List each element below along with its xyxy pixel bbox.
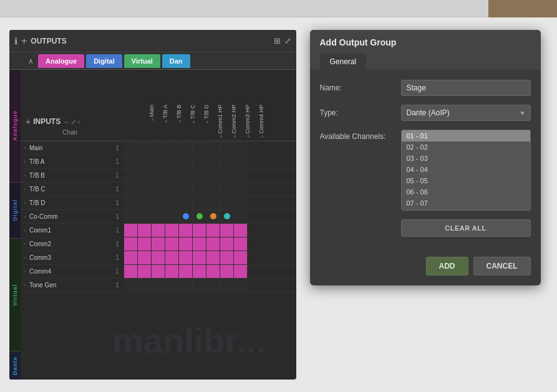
grid-cell[interactable]: [234, 183, 248, 196]
grid-cell-active[interactable]: [206, 265, 220, 279]
grid-cell-dot[interactable]: [193, 210, 206, 224]
grid-cell-active[interactable]: [234, 224, 248, 237]
grid-cell[interactable]: [220, 155, 234, 169]
grid-cell[interactable]: [220, 196, 234, 210]
channel-item[interactable]: 07 - 07: [402, 198, 530, 209]
cancel-button[interactable]: CANCEL: [473, 257, 531, 275]
grid-cell[interactable]: [193, 141, 206, 155]
grid-cell-active[interactable]: [152, 224, 165, 237]
grid-cell[interactable]: [179, 141, 193, 155]
grid-cell-dot[interactable]: [206, 210, 220, 224]
grid-cell[interactable]: [206, 279, 220, 292]
row-expand-icon[interactable]: ›: [21, 269, 29, 274]
collapse-icon[interactable]: ∧: [28, 57, 34, 65]
grid-cell[interactable]: [179, 155, 193, 169]
grid-cell-active[interactable]: [138, 251, 152, 265]
grid-icon[interactable]: ⊞: [274, 36, 281, 45]
grid-cell[interactable]: [220, 141, 234, 155]
grid-cell[interactable]: [220, 279, 234, 292]
grid-cell-active[interactable]: [234, 251, 248, 265]
grid-cell[interactable]: [138, 141, 152, 155]
grid-cell-active[interactable]: [152, 237, 165, 251]
grid-cell[interactable]: [138, 210, 152, 224]
grid-cell-active[interactable]: [193, 224, 206, 237]
grid-cell-active[interactable]: [124, 251, 138, 265]
grid-cell-active[interactable]: [165, 224, 179, 237]
grid-cell[interactable]: [124, 169, 138, 183]
grid-cell-active[interactable]: [193, 265, 206, 279]
channel-item[interactable]: 04 - 04: [402, 164, 530, 175]
grid-cell-active[interactable]: [179, 224, 193, 237]
grid-cell[interactable]: [234, 155, 248, 169]
grid-cell-active[interactable]: [234, 237, 248, 251]
grid-cell[interactable]: [206, 155, 220, 169]
grid-cell-active[interactable]: [138, 265, 152, 279]
tab-virtual[interactable]: Virtual: [124, 54, 160, 68]
grid-cell[interactable]: [193, 155, 206, 169]
grid-cell-active[interactable]: [206, 237, 220, 251]
grid-cell[interactable]: [193, 183, 206, 196]
add-inputs-icon[interactable]: +: [26, 117, 31, 127]
grid-cell[interactable]: [138, 279, 152, 292]
channel-item[interactable]: 03 - 03: [402, 153, 530, 164]
grid-cell-active[interactable]: [193, 251, 206, 265]
channel-item[interactable]: 02 - 02: [402, 141, 530, 153]
channel-item[interactable]: 05 - 05: [402, 175, 530, 186]
grid-cell-active[interactable]: [206, 224, 220, 237]
grid-cell-active[interactable]: [124, 237, 138, 251]
grid-cell[interactable]: [193, 279, 206, 292]
grid-cell[interactable]: [206, 196, 220, 210]
grid-cell-active[interactable]: [220, 224, 234, 237]
add-output-icon[interactable]: +: [21, 36, 27, 47]
grid-cell[interactable]: [220, 183, 234, 196]
name-input[interactable]: [401, 80, 531, 96]
grid-cell-active[interactable]: [124, 265, 138, 279]
grid-cell[interactable]: [206, 183, 220, 196]
grid-cell-active[interactable]: [206, 251, 220, 265]
grid-cell-active[interactable]: [165, 265, 179, 279]
grid-cell[interactable]: [165, 141, 179, 155]
grid-cell[interactable]: [152, 183, 165, 196]
tab-dante[interactable]: Dan: [162, 54, 190, 68]
grid-cell[interactable]: [124, 183, 138, 196]
grid-cell-active[interactable]: [179, 265, 193, 279]
grid-cell-active[interactable]: [220, 251, 234, 265]
add-button[interactable]: ADD: [426, 257, 468, 275]
row-expand-icon[interactable]: ›: [21, 241, 29, 247]
grid-cell-active[interactable]: [234, 265, 248, 279]
grid-cell-active[interactable]: [138, 224, 152, 237]
grid-cell[interactable]: [124, 279, 138, 292]
row-expand-icon[interactable]: ›: [21, 159, 29, 165]
grid-cell[interactable]: [179, 279, 193, 292]
row-expand-icon[interactable]: ›: [21, 255, 29, 261]
grid-cell[interactable]: [152, 210, 165, 224]
grid-cell-active[interactable]: [165, 251, 179, 265]
channel-item[interactable]: 08 - 08: [402, 209, 530, 211]
grid-cell[interactable]: [193, 169, 206, 183]
channels-list[interactable]: 01 - 0102 - 0203 - 0304 - 0405 - 0506 - …: [401, 130, 531, 211]
clear-all-button[interactable]: CLEAR ALL: [401, 219, 531, 237]
grid-cell[interactable]: [165, 196, 179, 210]
grid-cell[interactable]: [165, 183, 179, 196]
grid-cell[interactable]: [234, 279, 248, 292]
grid-cell[interactable]: [152, 169, 165, 183]
grid-cell[interactable]: [206, 141, 220, 155]
grid-cell[interactable]: [138, 196, 152, 210]
grid-cell[interactable]: [152, 196, 165, 210]
grid-cell-active[interactable]: [165, 237, 179, 251]
grid-cell[interactable]: [193, 196, 206, 210]
grid-cell[interactable]: [234, 141, 248, 155]
grid-cell[interactable]: [138, 183, 152, 196]
grid-cell[interactable]: [165, 210, 179, 224]
grid-cell[interactable]: [179, 169, 193, 183]
grid-cell-dot[interactable]: [179, 210, 193, 224]
grid-cell[interactable]: [124, 210, 138, 224]
tab-general[interactable]: General: [320, 54, 367, 70]
grid-cell[interactable]: [124, 141, 138, 155]
grid-cell-dot[interactable]: [220, 210, 234, 224]
grid-cell-active[interactable]: [179, 237, 193, 251]
grid-cell[interactable]: [206, 169, 220, 183]
row-expand-icon[interactable]: ›: [21, 145, 29, 151]
grid-cell[interactable]: [165, 169, 179, 183]
grid-cell[interactable]: [179, 183, 193, 196]
